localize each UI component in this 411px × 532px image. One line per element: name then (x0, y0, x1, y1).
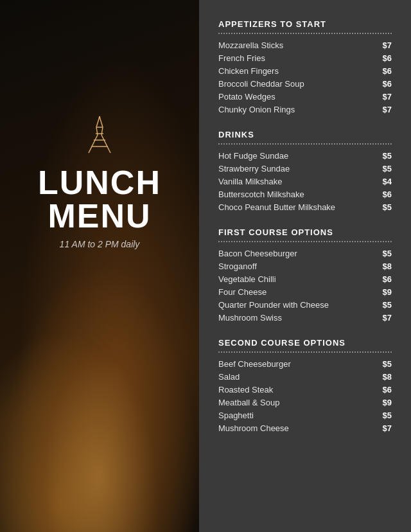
item-price: $7 (383, 92, 392, 102)
section-title-appetizers: APPETIZERS TO START (218, 19, 392, 29)
menu-item-row: Hot Fudge Sundae$5 (218, 151, 392, 161)
menu-item-row: Choco Peanut Butter Milkshake$5 (218, 202, 392, 212)
menu-item-row: Chunky Onion Rings$7 (218, 105, 392, 114)
item-name: Choco Peanut Butter Milkshake (218, 202, 335, 212)
section-drinks: DRINKSHot Fudge Sundae$5Strawberry Sunda… (218, 130, 392, 212)
food-image (0, 262, 199, 532)
item-name: Salad (218, 372, 240, 382)
item-price: $7 (383, 313, 392, 323)
item-price: $8 (383, 262, 392, 271)
item-price: $7 (383, 40, 392, 50)
item-price: $5 (383, 249, 392, 258)
divider-second-course (218, 351, 392, 353)
svg-line-7 (100, 116, 100, 119)
divider-appetizers (218, 33, 392, 34)
item-price: $6 (383, 385, 392, 395)
item-price: $5 (383, 411, 392, 420)
menu-item-row: Bacon Cheeseburger$5 (218, 249, 392, 258)
item-name: Vanilla Milkshake (218, 177, 282, 186)
item-price: $5 (383, 202, 392, 212)
item-name: Broccoli Cheddar Soup (218, 79, 304, 89)
item-price: $6 (383, 66, 392, 76)
item-price: $9 (383, 287, 392, 297)
item-price: $5 (383, 151, 392, 161)
menu-item-row: Meatball & Soup$9 (218, 398, 392, 407)
item-name: Spaghetti (218, 411, 254, 420)
item-name: Hot Fudge Sundae (218, 151, 288, 161)
left-panel: LUNCH MENU 11 AM to 2 PM daily (0, 0, 199, 532)
item-price: $6 (383, 190, 392, 199)
svg-line-4 (96, 119, 99, 127)
menu-sections: APPETIZERS TO STARTMozzarella Sticks$7Fr… (218, 19, 392, 433)
section-title-second-course: SECOND COURSE OPTIONS (218, 338, 392, 348)
menu-item-row: Beef Cheeseburger$5 (218, 359, 392, 369)
item-name: Beef Cheeseburger (218, 359, 291, 369)
item-name: Strawberry Sundae (218, 164, 290, 173)
menu-item-row: Stroganoff$8 (218, 262, 392, 271)
section-title-first-course: FIRST COURSE OPTIONS (218, 227, 392, 237)
menu-item-row: French Fries$6 (218, 53, 392, 63)
item-name: French Fries (218, 53, 265, 63)
item-name: Roasted Steak (218, 385, 273, 395)
item-name: Bacon Cheeseburger (218, 249, 297, 258)
menu-title: LUNCH MENU (38, 166, 161, 233)
section-appetizers: APPETIZERS TO STARTMozzarella Sticks$7Fr… (218, 19, 392, 114)
item-price: $6 (383, 79, 392, 89)
menu-item-row: Broccoli Cheddar Soup$6 (218, 79, 392, 89)
section-title-drinks: DRINKS (218, 130, 392, 139)
item-price: $4 (383, 177, 392, 186)
svg-line-1 (101, 135, 110, 153)
item-name: Mushroom Swiss (218, 313, 282, 323)
left-content: LUNCH MENU 11 AM to 2 PM daily (0, 0, 199, 249)
item-name: Mushroom Cheese (218, 423, 289, 433)
divider-drinks (218, 143, 392, 145)
item-name: Chicken Fingers (218, 66, 279, 76)
menu-item-row: Salad$8 (218, 372, 392, 382)
item-name: Chunky Onion Rings (218, 105, 295, 114)
menu-item-row: Strawberry Sundae$5 (218, 164, 392, 173)
item-name: Stroganoff (218, 262, 257, 271)
menu-item-row: Mozzarella Sticks$7 (218, 40, 392, 50)
menu-item-row: Chicken Fingers$6 (218, 66, 392, 76)
eiffel-tower-icon (83, 116, 116, 154)
item-name: Four Cheese (218, 287, 267, 297)
divider-first-course (218, 241, 392, 242)
item-name: Butterscotch Milkshake (218, 190, 304, 199)
item-price: $7 (383, 105, 392, 114)
menu-item-row: Vanilla Milkshake$4 (218, 177, 392, 186)
item-price: $7 (383, 423, 392, 433)
menu-item-row: Potato Wedges$7 (218, 92, 392, 102)
menu-item-row: Spaghetti$5 (218, 411, 392, 420)
menu-hours: 11 AM to 2 PM daily (60, 239, 140, 249)
section-first-course: FIRST COURSE OPTIONSBacon Cheeseburger$5… (218, 227, 392, 323)
item-price: $5 (383, 359, 392, 369)
item-name: Mozzarella Sticks (218, 40, 283, 50)
menu-item-row: Vegetable Chilli$6 (218, 274, 392, 284)
right-panel: APPETIZERS TO STARTMozzarella Sticks$7Fr… (199, 0, 411, 532)
svg-line-0 (89, 135, 98, 153)
item-price: $5 (383, 164, 392, 173)
menu-item-row: Mushroom Swiss$7 (218, 313, 392, 323)
item-name: Potato Wedges (218, 92, 275, 102)
menu-item-row: Roasted Steak$6 (218, 385, 392, 395)
menu-item-row: Quarter Pounder with Cheese$5 (218, 300, 392, 310)
item-price: $9 (383, 398, 392, 407)
item-name: Vegetable Chilli (218, 274, 276, 284)
section-second-course: SECOND COURSE OPTIONSBeef Cheeseburger$5… (218, 338, 392, 433)
item-name: Quarter Pounder with Cheese (218, 300, 329, 310)
svg-line-5 (100, 119, 103, 127)
item-price: $6 (383, 274, 392, 284)
item-price: $8 (383, 372, 392, 382)
menu-item-row: Four Cheese$9 (218, 287, 392, 297)
item-name: Meatball & Soup (218, 398, 279, 407)
item-price: $6 (383, 53, 392, 63)
menu-item-row: Butterscotch Milkshake$6 (218, 190, 392, 199)
menu-item-row: Mushroom Cheese$7 (218, 423, 392, 433)
item-price: $5 (383, 300, 392, 310)
